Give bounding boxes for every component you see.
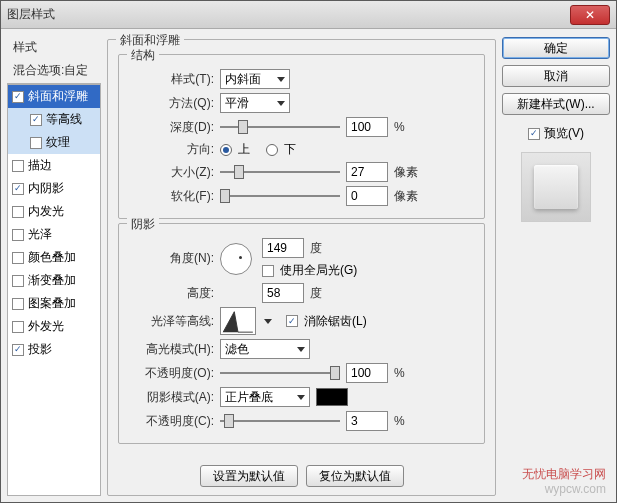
style-item-checkbox[interactable] — [30, 114, 42, 126]
depth-label: 深度(D): — [129, 119, 214, 136]
antialias-checkbox[interactable] — [286, 315, 298, 327]
structure-title: 结构 — [127, 47, 159, 64]
shadow-mode-label: 阴影模式(A): — [129, 389, 214, 406]
highlight-opacity-unit: % — [394, 366, 405, 380]
highlight-opacity-input[interactable] — [346, 363, 388, 383]
chevron-down-icon — [277, 77, 285, 82]
size-input[interactable] — [346, 162, 388, 182]
shadow-opacity-input[interactable] — [346, 411, 388, 431]
close-button[interactable]: ✕ — [570, 5, 610, 25]
antialias-label: 消除锯齿(L) — [304, 313, 367, 330]
style-value: 内斜面 — [225, 71, 261, 88]
shadow-opacity-slider[interactable] — [220, 413, 340, 429]
style-item-checkbox[interactable] — [12, 183, 24, 195]
shadow-mode-dropdown[interactable]: 正片叠底 — [220, 387, 310, 407]
soften-slider[interactable] — [220, 188, 340, 204]
style-item-checkbox[interactable] — [12, 229, 24, 241]
direction-label: 方向: — [129, 141, 214, 158]
style-item-label: 光泽 — [28, 226, 52, 243]
close-icon: ✕ — [585, 8, 595, 22]
highlight-mode-dropdown[interactable]: 滤色 — [220, 339, 310, 359]
global-light-checkbox[interactable] — [262, 265, 274, 277]
blend-options-header[interactable]: 混合选项:自定 — [7, 60, 101, 84]
style-item[interactable]: 纹理 — [8, 131, 100, 154]
style-item-checkbox[interactable] — [12, 206, 24, 218]
style-item-checkbox[interactable] — [12, 321, 24, 333]
technique-value: 平滑 — [225, 95, 249, 112]
style-item[interactable]: 内阴影 — [8, 177, 100, 200]
style-item-label: 图案叠加 — [28, 295, 76, 312]
style-item-checkbox[interactable] — [12, 160, 24, 172]
style-item-checkbox[interactable] — [12, 344, 24, 356]
styles-panel: 样式 混合选项:自定 斜面和浮雕等高线纹理描边内阴影内发光光泽颜色叠加渐变叠加图… — [7, 35, 101, 496]
style-item[interactable]: 内发光 — [8, 200, 100, 223]
highlight-opacity-label: 不透明度(O): — [129, 365, 214, 382]
gloss-contour-label: 光泽等高线: — [129, 313, 214, 330]
style-label: 样式(T): — [129, 71, 214, 88]
cancel-button[interactable]: 取消 — [502, 65, 610, 87]
chevron-down-icon[interactable] — [264, 319, 272, 324]
shading-title: 阴影 — [127, 216, 159, 233]
structure-group: 结构 样式(T): 内斜面 方法(Q): 平滑 — [118, 54, 485, 219]
style-item[interactable]: 投影 — [8, 338, 100, 361]
soften-input[interactable] — [346, 186, 388, 206]
global-light-label: 使用全局光(G) — [280, 262, 357, 279]
gloss-contour-picker[interactable] — [220, 307, 256, 335]
preview-thumbnail — [521, 152, 591, 222]
style-item-label: 纹理 — [46, 134, 70, 151]
style-item[interactable]: 颜色叠加 — [8, 246, 100, 269]
style-item[interactable]: 等高线 — [8, 108, 100, 131]
altitude-label: 高度: — [129, 285, 214, 302]
chevron-down-icon — [297, 395, 305, 400]
style-item[interactable]: 外发光 — [8, 315, 100, 338]
style-item-label: 等高线 — [46, 111, 82, 128]
size-slider[interactable] — [220, 164, 340, 180]
style-item[interactable]: 描边 — [8, 154, 100, 177]
new-style-button[interactable]: 新建样式(W)... — [502, 93, 610, 115]
style-item-checkbox[interactable] — [12, 91, 24, 103]
dialog-window: 图层样式 ✕ 样式 混合选项:自定 斜面和浮雕等高线纹理描边内阴影内发光光泽颜色… — [0, 0, 617, 503]
direction-up-radio[interactable] — [220, 144, 232, 156]
style-item[interactable]: 图案叠加 — [8, 292, 100, 315]
preview-label: 预览(V) — [544, 125, 584, 142]
preview-checkbox[interactable] — [528, 128, 540, 140]
style-item-label: 描边 — [28, 157, 52, 174]
style-item-label: 内发光 — [28, 203, 64, 220]
window-title: 图层样式 — [7, 6, 570, 23]
angle-input[interactable] — [262, 238, 304, 258]
style-item-checkbox[interactable] — [12, 298, 24, 310]
titlebar: 图层样式 ✕ — [1, 1, 616, 29]
depth-slider[interactable] — [220, 119, 340, 135]
shadow-color-swatch[interactable] — [316, 388, 348, 406]
angle-control[interactable] — [220, 243, 252, 275]
angle-label: 角度(N): — [129, 250, 214, 267]
reset-default-button[interactable]: 复位为默认值 — [306, 465, 404, 487]
shadow-opacity-unit: % — [394, 414, 405, 428]
altitude-unit: 度 — [310, 285, 322, 302]
style-item-label: 颜色叠加 — [28, 249, 76, 266]
content: 样式 混合选项:自定 斜面和浮雕等高线纹理描边内阴影内发光光泽颜色叠加渐变叠加图… — [1, 29, 616, 502]
technique-dropdown[interactable]: 平滑 — [220, 93, 290, 113]
shading-group: 阴影 角度(N): 度 使用全局光(G) — [118, 223, 485, 444]
highlight-mode-value: 滤色 — [225, 341, 249, 358]
style-item[interactable]: 斜面和浮雕 — [8, 85, 100, 108]
make-default-button[interactable]: 设置为默认值 — [200, 465, 298, 487]
shadow-opacity-label: 不透明度(C): — [129, 413, 214, 430]
technique-label: 方法(Q): — [129, 95, 214, 112]
highlight-opacity-slider[interactable] — [220, 365, 340, 381]
depth-unit: % — [394, 120, 405, 134]
style-item-label: 渐变叠加 — [28, 272, 76, 289]
ok-button[interactable]: 确定 — [502, 37, 610, 59]
style-item-checkbox[interactable] — [12, 275, 24, 287]
style-item-label: 内阴影 — [28, 180, 64, 197]
style-item[interactable]: 渐变叠加 — [8, 269, 100, 292]
altitude-input[interactable] — [262, 283, 304, 303]
depth-input[interactable] — [346, 117, 388, 137]
style-dropdown[interactable]: 内斜面 — [220, 69, 290, 89]
chevron-down-icon — [297, 347, 305, 352]
styles-header[interactable]: 样式 — [7, 35, 101, 60]
style-item-checkbox[interactable] — [30, 137, 42, 149]
style-item-checkbox[interactable] — [12, 252, 24, 264]
direction-down-radio[interactable] — [266, 144, 278, 156]
style-item[interactable]: 光泽 — [8, 223, 100, 246]
